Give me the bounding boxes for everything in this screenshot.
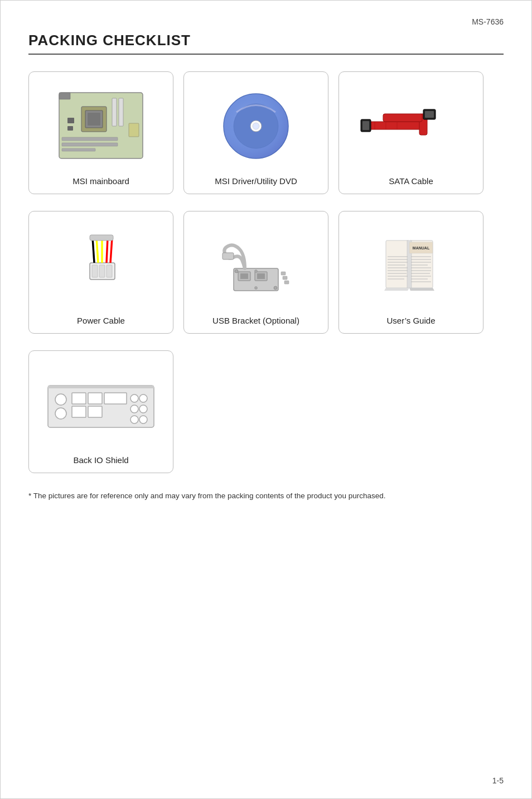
- svg-point-47: [255, 286, 258, 289]
- dvd-label: MSI Driver/Utility DVD: [215, 176, 297, 186]
- svg-line-35: [107, 238, 108, 263]
- svg-rect-29: [92, 265, 98, 277]
- model-id: MS-7636: [28, 17, 504, 26]
- svg-rect-82: [88, 406, 102, 417]
- item-ioshield: Back IO Shield: [28, 350, 173, 473]
- svg-rect-4: [112, 98, 117, 126]
- svg-rect-8: [62, 148, 95, 151]
- svg-rect-6: [62, 137, 118, 141]
- dvd-image: [190, 81, 322, 171]
- svg-rect-80: [104, 393, 127, 404]
- item-usbbracket: USB Bracket (Optional): [183, 211, 328, 334]
- svg-rect-45: [223, 253, 234, 259]
- svg-rect-48: [281, 272, 286, 275]
- manual-label: User’s Guide: [387, 316, 436, 325]
- ioshield-icon: [40, 372, 162, 439]
- svg-point-77: [55, 408, 66, 419]
- ioshield-image: [35, 360, 167, 450]
- svg-rect-24: [425, 111, 434, 118]
- sata-label: SATA Cable: [389, 176, 433, 186]
- svg-point-88: [139, 416, 147, 423]
- svg-text:MANUAL: MANUAL: [413, 246, 430, 250]
- svg-rect-10: [129, 123, 139, 137]
- page-title: Packing Checklist: [28, 32, 504, 55]
- svg-point-86: [139, 405, 147, 413]
- usbbracket-icon: [200, 229, 312, 302]
- svg-rect-37: [90, 235, 113, 240]
- mainboard-label: MSI mainboard: [72, 176, 129, 186]
- svg-rect-81: [72, 406, 86, 417]
- svg-rect-49: [283, 276, 287, 280]
- powercable-icon: [62, 229, 140, 302]
- usbbracket-image: [190, 220, 322, 310]
- item-mainboard: MSI mainboard: [28, 71, 173, 194]
- item-manual: MANUAL: [338, 211, 483, 334]
- items-row-2: Power Cable: [28, 211, 504, 334]
- svg-point-76: [55, 394, 66, 405]
- svg-rect-7: [62, 143, 118, 146]
- powercable-image: [35, 220, 167, 310]
- svg-rect-30: [99, 265, 105, 277]
- svg-line-32: [93, 238, 94, 263]
- svg-rect-78: [72, 393, 86, 404]
- footnote: * The pictures are for reference only an…: [28, 490, 504, 502]
- svg-point-87: [130, 416, 138, 423]
- svg-point-44: [274, 286, 277, 290]
- svg-point-17: [253, 123, 259, 129]
- svg-point-43: [235, 269, 238, 273]
- manual-icon: MANUAL: [372, 232, 450, 299]
- item-dvd: MSI Driver/Utility DVD: [183, 71, 328, 194]
- item-sata: SATA Cable: [338, 71, 483, 194]
- svg-rect-51: [386, 240, 409, 288]
- svg-point-84: [139, 394, 147, 402]
- svg-line-33: [96, 238, 98, 263]
- page: MS-7636 Packing Checklist: [0, 0, 532, 799]
- svg-rect-3: [88, 113, 100, 126]
- svg-rect-9: [59, 93, 70, 99]
- svg-rect-12: [67, 126, 73, 131]
- page-number: 1-5: [492, 776, 504, 785]
- mainboard-image: [35, 81, 167, 171]
- usbbracket-label: USB Bracket (Optional): [212, 316, 299, 325]
- svg-point-85: [130, 405, 138, 413]
- svg-rect-20: [383, 114, 422, 122]
- svg-rect-42: [257, 273, 265, 279]
- items-row-1: MSI mainboard: [28, 71, 504, 194]
- sata-image: [345, 81, 477, 171]
- svg-point-83: [130, 394, 138, 402]
- sata-icon: [355, 93, 467, 160]
- item-powercable: Power Cable: [28, 211, 173, 334]
- dvd-icon: [220, 90, 292, 162]
- mainboard-icon: [56, 90, 146, 162]
- svg-rect-5: [119, 98, 123, 126]
- svg-rect-79: [88, 393, 102, 404]
- svg-rect-31: [107, 265, 112, 277]
- ioshield-label: Back IO Shield: [73, 455, 128, 465]
- items-row-3: Back IO Shield: [28, 350, 504, 473]
- svg-rect-22: [362, 121, 369, 130]
- svg-rect-11: [67, 118, 74, 123]
- svg-point-46: [255, 269, 258, 272]
- powercable-label: Power Cable: [77, 316, 125, 325]
- svg-rect-40: [240, 273, 248, 279]
- svg-line-36: [110, 238, 112, 263]
- manual-image: MANUAL: [345, 220, 477, 310]
- svg-rect-89: [48, 386, 154, 388]
- svg-rect-50: [284, 281, 289, 284]
